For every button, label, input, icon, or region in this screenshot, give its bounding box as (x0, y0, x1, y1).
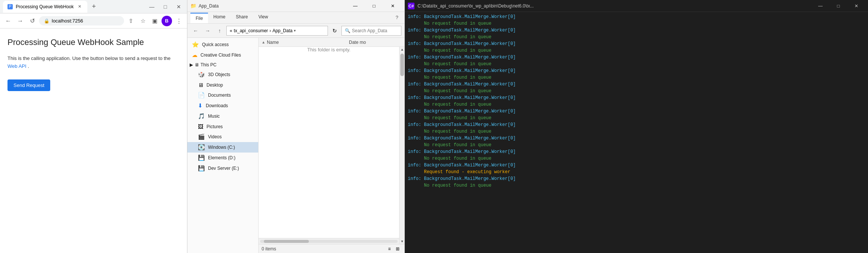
explorer-forward-button[interactable]: → (202, 25, 213, 36)
sidebar-item-music[interactable]: 🎵 Music (187, 111, 258, 121)
terminal-log-line: No request found in queue (408, 128, 865, 135)
sidebar-item-videos[interactable]: 🎬 Videos (187, 132, 258, 142)
share-icon-button[interactable]: ⇧ (126, 16, 136, 26)
sidebar-item-windows-c[interactable]: 💽 Windows (C:) (187, 142, 258, 153)
terminal-minimize-button[interactable]: — (812, 0, 829, 12)
ribbon-tab-view[interactable]: View (253, 12, 273, 23)
ribbon-tab-share[interactable]: Share (230, 12, 253, 23)
3d-objects-icon: 🎲 (198, 71, 205, 78)
terminal-log-line: No request found in queue (408, 47, 865, 54)
terminal-log-line: No request found in queue (408, 61, 865, 67)
send-request-button[interactable]: Send Request (7, 79, 50, 91)
terminal-close-button[interactable]: ✕ (848, 0, 865, 12)
terminal-log-line: info: BackgroundTask.MailMerge.Worker[0] (408, 67, 865, 74)
sidebar-toggle-button[interactable]: ▣ (150, 16, 160, 26)
ribbon-help-button[interactable]: ? (392, 12, 401, 22)
back-button[interactable]: ← (3, 16, 13, 26)
horizontal-scrollbar[interactable] (259, 238, 399, 244)
terminal-log-line: info: BackgroundTask.MailMerge.Worker[0] (408, 81, 865, 88)
browser-minimize-button[interactable]: — (147, 1, 157, 12)
sidebar-label-desktop: Desktop (207, 82, 223, 88)
creative-cloud-icon: ☁ (192, 52, 198, 58)
ribbon-tab-file[interactable]: File (190, 13, 208, 23)
terminal-app-icon: C# (408, 3, 415, 9)
sidebar-item-downloads[interactable]: ⬇ Downloads (187, 100, 258, 111)
explorer-scroll-area[interactable]: This folder is empty. (259, 47, 399, 238)
browser-tab[interactable]: P Processing Queue WebHook ✕ (3, 1, 87, 13)
explorer-maximize-button[interactable]: □ (365, 0, 383, 12)
tab-close-button[interactable]: ✕ (77, 4, 83, 10)
sidebar-item-elements-d[interactable]: 💾 Elements (D:) (187, 153, 258, 163)
terminal-log-line: info: BackgroundTask.MailMerge.Worker[0] (408, 148, 865, 155)
windows-c-icon: 💽 (198, 144, 205, 151)
explorer-search-input[interactable] (352, 28, 408, 33)
terminal-log-line: No request found in queue (408, 142, 865, 148)
terminal-maximize-button[interactable]: □ (830, 0, 847, 12)
desktop-icon: 🖥 (198, 82, 204, 88)
address-dropdown-chevron[interactable]: ▾ (294, 28, 296, 33)
search-icon: 🔍 (345, 28, 350, 33)
dev-server-e-icon: 💾 (198, 165, 205, 172)
sidebar-item-documents[interactable]: 📄 Documents (187, 90, 258, 100)
explorer-back-button[interactable]: ← (190, 25, 201, 36)
terminal-log-line: No request found in queue (408, 74, 865, 81)
column-header-date[interactable]: Date mo (349, 40, 401, 45)
more-options-button[interactable]: ⋮ (174, 16, 184, 26)
terminal-controls: — □ ✕ (812, 0, 865, 12)
scroll-down-arrow[interactable]: ▼ (400, 239, 404, 244)
toolbar-actions: ⇧ ☆ ▣ B ⋮ (126, 16, 184, 26)
terminal-title-bar: C# C:\Data\tx_api_consumer\tx_wp_api\bin… (405, 0, 868, 12)
sidebar-label-downloads: Downloads (206, 103, 228, 108)
sidebar-label-music: Music (208, 114, 220, 119)
sidebar-section-this-pc[interactable]: ▶ 🖥 This PC (187, 60, 258, 69)
terminal-log-line: No request found in queue (408, 115, 865, 121)
sidebar-label-documents: Documents (208, 93, 231, 98)
view-large-icons-button[interactable]: ⊞ (394, 245, 401, 253)
profile-button[interactable]: B (162, 16, 172, 26)
terminal-log-line: info: BackgroundTask.MailMerge.Worker[0] (408, 175, 865, 182)
sidebar-item-pictures[interactable]: 🖼 Pictures (187, 121, 258, 132)
terminal-log-line: No request found in queue (408, 88, 865, 94)
sidebar-label-3d-objects: 3D Objects (208, 72, 230, 77)
quick-access-icon: ⭐ (192, 41, 199, 48)
forward-button[interactable]: → (15, 16, 25, 26)
sidebar-label-creative-cloud: Creative Cloud Files (201, 52, 241, 58)
explorer-title-text: App_Data (199, 3, 347, 9)
web-api-link[interactable]: Web API (7, 63, 26, 69)
sidebar-label-elements-d: Elements (D:) (208, 155, 235, 160)
sidebar-label-dev-server-e: Dev Server (E:) (208, 166, 239, 171)
column-header-row: ▲ Name Date mo (259, 38, 404, 47)
explorer-address-bar[interactable]: « tx_api_consumer › App_Data ▾ (226, 26, 328, 36)
terminal-log-line: info: BackgroundTask.MailMerge.Worker[0] (408, 121, 865, 128)
sidebar-item-3d-objects[interactable]: 🎲 3D Objects (187, 69, 258, 80)
this-pc-icon: 🖥 (195, 62, 199, 67)
scroll-up-arrow[interactable]: ▲ (400, 47, 404, 52)
terminal-title-text: C:\Data\tx_api_consumer\tx_wp_api\bin\De… (418, 3, 812, 9)
browser-maximize-button[interactable]: □ (160, 1, 171, 12)
title-bar-controls: — □ ✕ (147, 1, 184, 12)
column-header-name[interactable]: Name (267, 40, 349, 45)
column-header-up[interactable]: ▲ (262, 40, 265, 44)
explorer-up-button[interactable]: ↑ (214, 25, 225, 36)
sidebar-item-creative-cloud[interactable]: ☁ Creative Cloud Files (187, 50, 258, 60)
explorer-refresh-button[interactable]: ↻ (329, 25, 340, 36)
this-pc-expand-icon: ▶ (190, 62, 193, 67)
address-input[interactable] (52, 18, 119, 24)
sidebar-item-quick-access[interactable]: ⭐ Quick access (187, 39, 258, 50)
sidebar-item-desktop[interactable]: 🖥 Desktop (187, 80, 258, 90)
explorer-minimize-button[interactable]: — (347, 0, 364, 12)
terminal-content: info: BackgroundTask.MailMerge.Worker[0]… (405, 12, 868, 253)
ribbon-tab-home[interactable]: Home (208, 12, 230, 23)
explorer-close-button[interactable]: ✕ (384, 0, 401, 12)
terminal-log-line: info: BackgroundTask.MailMerge.Worker[0] (408, 94, 865, 101)
new-tab-button[interactable]: + (89, 1, 99, 12)
sidebar-label-quick-access: Quick access (202, 42, 229, 47)
vertical-scrollbar[interactable]: ▲ ▼ (399, 47, 404, 244)
view-details-button[interactable]: ≡ (386, 245, 393, 253)
bookmark-button[interactable]: ☆ (138, 16, 148, 26)
terminal-log-line: No request found in queue (408, 101, 865, 108)
sidebar-item-dev-server-e[interactable]: 💾 Dev Server (E:) (187, 163, 258, 174)
reload-button[interactable]: ↺ (27, 16, 37, 26)
browser-close-button[interactable]: ✕ (174, 1, 184, 12)
explorer-sidebar: ⭐ Quick access ☁ Creative Cloud Files ▶ … (187, 38, 259, 253)
